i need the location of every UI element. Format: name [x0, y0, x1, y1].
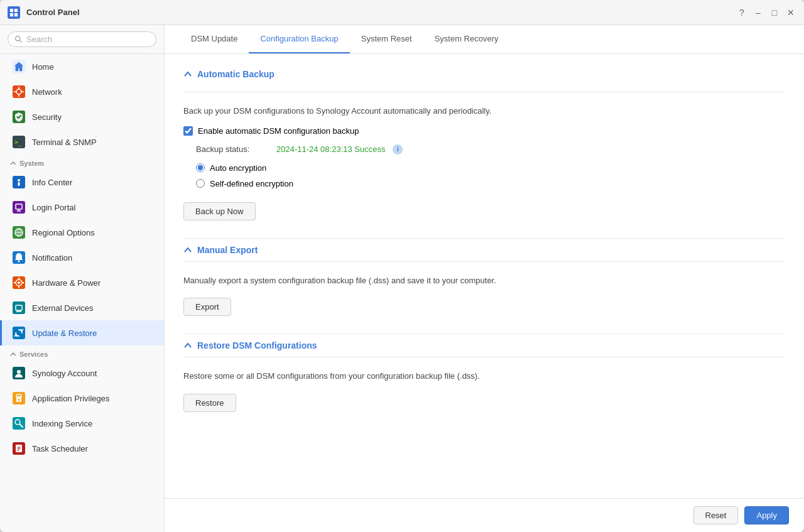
- svg-rect-49: [13, 417, 25, 430]
- tab-system-reset[interactable]: System Reset: [350, 25, 423, 53]
- divider-restore: [183, 334, 785, 334]
- chevron-auto-icon: [183, 70, 192, 79]
- update-icon: [12, 326, 26, 340]
- sidebar-item-task[interactable]: Task Scheduler: [0, 436, 164, 461]
- minimize-button[interactable]: –: [752, 7, 764, 18]
- divider-auto: [183, 92, 785, 92]
- right-panel: DSM Update Configuration Backup System R…: [165, 25, 804, 532]
- automatic-backup-title: Automatic Backup: [197, 69, 274, 79]
- main-layout: Home Network: [0, 25, 804, 532]
- export-button[interactable]: Export: [183, 298, 231, 316]
- sidebar-label-regional: Regional Options: [32, 228, 95, 237]
- encryption-radio-group: Auto encryption Self-defined encryption: [196, 163, 785, 188]
- hardware-icon: [12, 276, 26, 290]
- tab-dsm-update[interactable]: DSM Update: [180, 25, 249, 53]
- window-title: Control Panel: [26, 8, 730, 17]
- tab-system-recovery[interactable]: System Recovery: [423, 25, 510, 53]
- sidebar-label-synology: Synology Account: [32, 369, 97, 378]
- auto-encryption-radio[interactable]: [196, 163, 205, 172]
- sidebar-item-network[interactable]: Network: [0, 79, 164, 104]
- sidebar-item-infocenter[interactable]: Info Center: [0, 170, 164, 195]
- backup-status-info-icon[interactable]: i: [393, 144, 403, 155]
- sidebar-label-notification: Notification: [32, 253, 72, 263]
- sidebar-item-terminal[interactable]: >_ Terminal & SNMP: [0, 129, 164, 155]
- sidebar: Home Network: [0, 25, 165, 532]
- svg-rect-41: [13, 327, 25, 339]
- divider-restore2: [183, 357, 785, 357]
- sidebar-item-external[interactable]: External Devices: [0, 295, 164, 320]
- svg-rect-0: [10, 8, 13, 11]
- svg-point-43: [17, 370, 21, 374]
- sidebar-item-synology[interactable]: Synology Account: [0, 361, 164, 386]
- enable-backup-row: Enable automatic DSM configuration backu…: [183, 126, 785, 136]
- bottom-bar: Reset Apply: [165, 498, 804, 532]
- chevron-up-system-icon: [10, 160, 16, 166]
- sidebar-label-login: Login Portal: [32, 203, 75, 212]
- svg-rect-3: [14, 13, 18, 16]
- divider-manual2: [183, 261, 785, 262]
- search-input[interactable]: [26, 35, 149, 44]
- sidebar-item-home[interactable]: Home: [0, 54, 164, 79]
- external-icon: [12, 301, 26, 315]
- automatic-backup-desc: Back up your DSM configurations to Synol…: [183, 105, 785, 117]
- sidebar-label-security: Security: [32, 112, 62, 122]
- backup-now-button[interactable]: Back up Now: [183, 202, 256, 220]
- svg-rect-2: [10, 13, 13, 16]
- task-icon: [12, 442, 26, 455]
- manual-export-title: Manual Export: [197, 245, 258, 255]
- search-wrapper[interactable]: [8, 31, 156, 47]
- sidebar-label-hardware: Hardware & Power: [32, 278, 100, 288]
- sidebar-item-login[interactable]: Login Portal: [0, 195, 164, 220]
- enable-backup-label[interactable]: Enable automatic DSM configuration backu…: [198, 126, 359, 136]
- system-section-header[interactable]: System: [0, 155, 164, 170]
- search-icon: [14, 35, 23, 43]
- sidebar-label-terminal: Terminal & SNMP: [32, 138, 97, 147]
- sidebar-item-hardware[interactable]: Hardware & Power: [0, 270, 164, 295]
- sidebar-label-home: Home: [32, 62, 54, 72]
- svg-point-31: [18, 281, 20, 284]
- sidebar-item-security[interactable]: Security: [0, 104, 164, 129]
- self-encryption-label[interactable]: Self-defined encryption: [210, 179, 293, 188]
- restore-dsm-header: Restore DSM Configurations: [183, 340, 785, 350]
- svg-text:>_: >_: [14, 139, 23, 146]
- notification-icon: [12, 251, 26, 264]
- search-bar: [0, 25, 164, 54]
- sidebar-item-update[interactable]: Update & Restore: [0, 320, 164, 345]
- svg-point-28: [18, 261, 20, 263]
- sidebar-item-indexing[interactable]: Indexing Service: [0, 411, 164, 436]
- services-section-header[interactable]: Services: [0, 345, 164, 361]
- svg-rect-1: [14, 8, 18, 11]
- restore-button[interactable]: Restore: [183, 394, 236, 412]
- sidebar-label-network: Network: [32, 87, 62, 97]
- apply-button[interactable]: Apply: [744, 506, 789, 524]
- enable-backup-checkbox[interactable]: [183, 126, 193, 136]
- terminal-icon: >_: [12, 135, 26, 149]
- auto-encryption-label[interactable]: Auto encryption: [210, 163, 266, 173]
- main-window: Control Panel ? – □ ✕ Home: [0, 0, 804, 532]
- sidebar-label-apppriv: Application Privileges: [32, 394, 110, 403]
- sidebar-item-regional[interactable]: Regional Options: [0, 220, 164, 245]
- login-icon: [12, 200, 26, 214]
- infocenter-icon: [12, 175, 26, 189]
- sidebar-label-update: Update & Restore: [32, 328, 97, 338]
- reset-button[interactable]: Reset: [693, 506, 739, 524]
- home-icon: [12, 60, 26, 73]
- system-section-label: System: [19, 160, 44, 167]
- sidebar-item-apppriv[interactable]: Application Privileges: [0, 386, 164, 411]
- help-button[interactable]: ?: [736, 7, 747, 18]
- close-button[interactable]: ✕: [785, 7, 796, 18]
- window-controls: ? – □ ✕: [736, 7, 796, 18]
- sidebar-item-notification[interactable]: Notification: [0, 245, 164, 270]
- self-encryption-radio[interactable]: [196, 179, 205, 188]
- sidebar-label-external: External Devices: [32, 303, 94, 313]
- content-area: Automatic Backup Back up your DSM config…: [165, 54, 804, 498]
- backup-status-row: Backup status: 2024-11-24 08:23:13 Succe…: [196, 144, 785, 155]
- automatic-backup-header: Automatic Backup: [183, 69, 785, 79]
- security-icon: [12, 110, 26, 124]
- chevron-restore-icon: [183, 341, 192, 350]
- tab-bar: DSM Update Configuration Backup System R…: [165, 25, 804, 54]
- svg-point-47: [18, 399, 20, 401]
- backup-status-label: Backup status:: [196, 144, 271, 154]
- tab-config-backup[interactable]: Configuration Backup: [249, 25, 349, 53]
- maximize-button[interactable]: □: [769, 7, 780, 18]
